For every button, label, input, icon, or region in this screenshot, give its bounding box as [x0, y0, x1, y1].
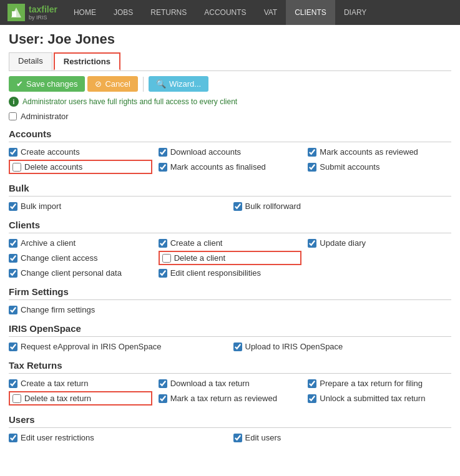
perm-item: Bulk import: [9, 202, 227, 211]
perm-grid-clients: Archive a clientCreate a clientUpdate di…: [9, 238, 451, 278]
perm-label-bulk-0: Bulk import: [21, 202, 61, 211]
section-users: UsersEdit user restrictionsEdit users: [9, 414, 451, 442]
perm-grid-users: Edit user restrictionsEdit users: [9, 433, 451, 442]
perm-grid-tax-returns: Create a tax returnDownload a tax return…: [9, 379, 451, 406]
wizard-button[interactable]: 🔍 Wizard...: [149, 76, 208, 92]
perm-label-clients-0: Archive a client: [21, 238, 76, 248]
perm-item: Update diary: [308, 238, 451, 248]
perm-label-accounts-3: Delete accounts: [24, 162, 82, 172]
logo: taxfiler by IRIS: [0, 4, 65, 21]
checkbox-accounts-5[interactable]: [308, 163, 316, 172]
perm-label-accounts-5: Submit accounts: [320, 162, 379, 172]
nav-link-home[interactable]: HOME: [65, 0, 105, 25]
search-icon: 🔍: [156, 79, 166, 89]
section-title-accounts: Accounts: [9, 129, 451, 142]
perm-item: Create a tax return: [9, 379, 152, 388]
logo-box: [7, 4, 25, 21]
section-firm-settings: Firm SettingsChange firm settings: [9, 286, 451, 314]
nav-link-accounts[interactable]: ACCOUNTS: [195, 0, 255, 25]
perm-item: Create a client: [159, 238, 302, 248]
perm-label-tax-returns-2: Prepare a tax return for filing: [320, 379, 423, 388]
nav-item-vat[interactable]: VAT: [255, 0, 286, 25]
checkbox-bulk-0[interactable]: [9, 202, 17, 211]
checkbox-tax-returns-5[interactable]: [308, 394, 316, 403]
nav-link-returns[interactable]: RETURNS: [142, 0, 195, 25]
perm-label-clients-3: Change client access: [21, 253, 98, 263]
info-icon: i: [9, 97, 19, 107]
nav-link-jobs[interactable]: JOBS: [105, 0, 142, 25]
main-nav: taxfiler by IRIS HOME JOBS RETURNS ACCOU…: [0, 0, 460, 25]
perm-item: Request eApproval in IRIS OpenSpace: [9, 342, 227, 351]
checkbox-accounts-4[interactable]: [159, 163, 167, 172]
nav-item-diary[interactable]: DIARY: [335, 0, 375, 25]
checkbox-iris-openspace-0[interactable]: [9, 342, 17, 351]
section-title-users: Users: [9, 414, 451, 428]
checkbox-tax-returns-1[interactable]: [159, 379, 167, 388]
perm-label-users-0: Edit user restrictions: [21, 433, 94, 442]
section-title-iris-openspace: IRIS OpenSpace: [9, 323, 451, 337]
perm-item: Download a tax return: [159, 379, 302, 388]
perm-item: Submit accounts: [308, 160, 451, 174]
save-button[interactable]: ✔ Save changes: [9, 76, 85, 92]
checkbox-tax-returns-2[interactable]: [308, 379, 316, 388]
checkbox-clients-1[interactable]: [159, 239, 167, 248]
perm-label-clients-6: Change client personal data: [21, 268, 122, 278]
checkbox-clients-0[interactable]: [9, 239, 17, 248]
cancel-label: Cancel: [105, 79, 130, 89]
nav-link-diary[interactable]: DIARY: [335, 0, 375, 25]
nav-list: HOME JOBS RETURNS ACCOUNTS VAT CLIENTS D…: [65, 0, 375, 25]
cancel-button[interactable]: ⊘ Cancel: [87, 76, 137, 92]
perm-item: Mark accounts as reviewed: [308, 147, 451, 157]
checkbox-accounts-3[interactable]: [12, 163, 21, 172]
perm-item: Prepare a tax return for filing: [308, 379, 451, 388]
info-box: i Administrator users have full rights a…: [9, 97, 451, 107]
checkbox-bulk-1[interactable]: [233, 202, 242, 211]
logo-sub: by IRIS: [29, 14, 57, 21]
nav-item-home[interactable]: HOME: [65, 0, 105, 25]
nav-item-clients[interactable]: CLIENTS: [286, 0, 335, 25]
perm-grid-firm-settings: Change firm settings: [9, 305, 451, 314]
checkbox-firm-settings-0[interactable]: [9, 306, 17, 314]
perm-label-clients-4: Delete a client: [174, 253, 225, 263]
checkbox-tax-returns-3[interactable]: [12, 394, 21, 403]
administrator-checkbox[interactable]: [9, 112, 17, 120]
perm-grid-accounts: Create accountsDownload accountsMark acc…: [9, 147, 451, 174]
checkbox-accounts-1[interactable]: [159, 148, 167, 157]
checkbox-clients-6[interactable]: [9, 269, 17, 278]
perm-item: Mark a tax return as reviewed: [159, 391, 302, 406]
perm-label-tax-returns-4: Mark a tax return as reviewed: [170, 394, 277, 403]
perm-label-tax-returns-1: Download a tax return: [170, 379, 250, 388]
checkbox-accounts-2[interactable]: [308, 148, 316, 157]
section-title-tax-returns: Tax Returns: [9, 360, 451, 374]
logo-name: taxfiler: [29, 4, 57, 14]
checkbox-tax-returns-0[interactable]: [9, 379, 17, 388]
tab-details[interactable]: Details: [9, 52, 52, 70]
section-bulk: BulkBulk importBulk rollforward: [9, 183, 451, 211]
checkbox-clients-4[interactable]: [162, 254, 171, 263]
perm-label-iris-openspace-1: Upload to IRIS OpenSpace: [245, 342, 343, 351]
perm-label-accounts-4: Mark accounts as finalised: [170, 162, 266, 172]
checkbox-iris-openspace-1[interactable]: [233, 342, 242, 351]
checkmark-icon: ✔: [16, 79, 23, 89]
perm-item: Bulk rollforward: [233, 202, 452, 211]
perm-grid-bulk: Bulk importBulk rollforward: [9, 202, 451, 211]
tab-bar: Details Restrictions: [9, 52, 451, 71]
page-content: User: Joe Jones Details Restrictions ✔ S…: [0, 25, 460, 457]
checkbox-accounts-0[interactable]: [9, 148, 17, 157]
save-label: Save changes: [26, 79, 77, 89]
nav-item-accounts[interactable]: ACCOUNTS: [195, 0, 255, 25]
checkbox-clients-2[interactable]: [308, 239, 316, 248]
checkbox-users-0[interactable]: [9, 434, 17, 442]
nav-link-vat[interactable]: VAT: [255, 0, 286, 25]
checkbox-tax-returns-4[interactable]: [159, 394, 167, 403]
nav-item-returns[interactable]: RETURNS: [142, 0, 195, 25]
perm-label-bulk-1: Bulk rollforward: [245, 202, 301, 211]
nav-link-clients[interactable]: CLIENTS: [286, 0, 335, 25]
checkbox-clients-7[interactable]: [159, 269, 167, 278]
sections-container: AccountsCreate accountsDownload accounts…: [9, 129, 451, 442]
perm-label-accounts-0: Create accounts: [21, 147, 80, 157]
checkbox-users-1[interactable]: [233, 434, 242, 442]
tab-restrictions[interactable]: Restrictions: [54, 52, 120, 70]
nav-item-jobs[interactable]: JOBS: [105, 0, 142, 25]
checkbox-clients-3[interactable]: [9, 254, 17, 263]
